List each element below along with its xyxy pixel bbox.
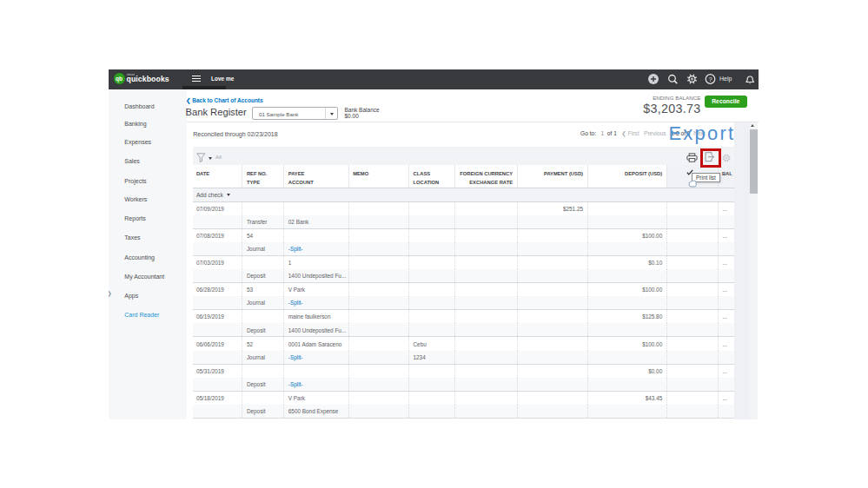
svg-text:?: ? [708,76,712,83]
